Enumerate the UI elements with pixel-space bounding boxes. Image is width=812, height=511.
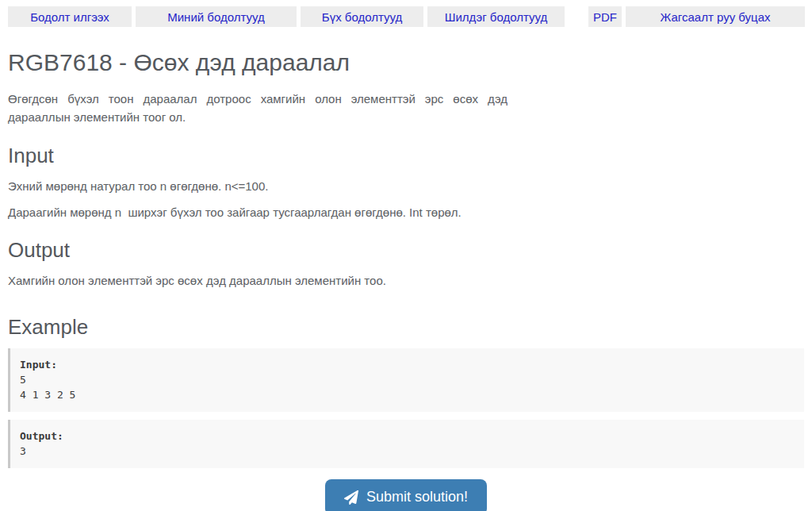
example-output-label: Output: [20,428,795,444]
example-input-line: 4 1 3 2 5 [20,387,795,402]
input-heading: Input [8,143,804,168]
page-title: RGB7618 - Өсөх дэд дараалал [8,48,804,78]
example-heading: Example [8,314,804,340]
nav-pdf[interactable]: PDF [588,6,622,27]
nav-best-submissions[interactable]: Шилдэг бодолтууд [427,6,565,27]
nav-submit-solution[interactable]: Бодолт илгээх [8,6,132,27]
nav-all-submissions[interactable]: Бүх бодолтууд [301,6,423,27]
nav-back-to-list[interactable]: Жагсаалт руу буцах [626,6,805,27]
example-input-line: 5 [20,372,795,387]
problem-statement: RGB7618 - Өсөх дэд дараалал Өгөгдсөн бүх… [0,48,812,511]
paper-plane-icon [344,490,358,505]
submit-button-label: Submit solution! [366,489,468,505]
output-paragraph: Хамгийн олон элементтэй эрс өсөх дэд дар… [8,272,804,289]
output-heading: Output [8,237,804,263]
example-input-label: Input: [20,357,795,372]
submit-solution-button[interactable]: Submit solution! [325,479,487,511]
example-output-line: 3 [20,444,795,459]
example-output-block: Output: 3 [8,420,804,468]
example-input-block: Input: 5 4 1 3 2 5 [8,348,804,412]
input-paragraph-1: Эхний мөрөнд натурал тоо n өгөгдөнө. n<=… [8,178,804,194]
problem-description: Өгөгдсөн бүхэл тоон дараалал дотроос хам… [8,90,508,126]
nav-my-submissions[interactable]: Миний бодолтууд [136,6,297,27]
toolbar: Бодолт илгээх Миний бодолтууд Бүх бодолт… [8,6,804,27]
input-paragraph-2: Дараагийн мөрөнд n ширхэг бүхэл тоо зайг… [8,204,804,221]
submit-row: Submit solution! [8,479,804,511]
